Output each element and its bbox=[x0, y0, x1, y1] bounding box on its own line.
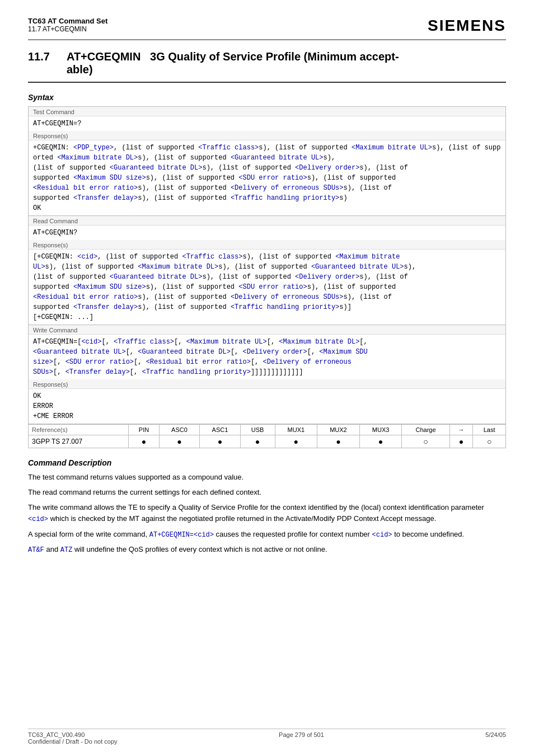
desc-para-2: The read command returns the current set… bbox=[28, 487, 506, 499]
write-command-label: Write Command bbox=[29, 325, 505, 335]
desc-para-4: A special form of the write command, AT+… bbox=[28, 529, 506, 541]
desc-para-3: The write command allows the TE to speci… bbox=[28, 502, 506, 525]
read-command-text: AT+CGEQMIN? bbox=[29, 226, 505, 240]
company-logo: SIEMENS bbox=[428, 17, 506, 35]
read-response-label: Response(s) bbox=[29, 240, 505, 250]
ref-col-last: Last bbox=[473, 425, 506, 435]
footer-left: TC63_ATC_V00.490 Confidential / Draft - … bbox=[28, 731, 118, 745]
ref-col-mux2: MUX2 bbox=[317, 425, 360, 435]
ref-dot-mux2: ● bbox=[317, 435, 360, 448]
page-footer: TC63_ATC_V00.490 Confidential / Draft - … bbox=[28, 729, 506, 745]
header-left: TC63 AT Command Set 11.7 AT+CGEQMIN bbox=[28, 17, 107, 33]
section-heading: 11.7 AT+CGEQMIN 3G Quality of Service Pr… bbox=[28, 50, 506, 83]
doc-title: TC63 AT Command Set bbox=[28, 17, 107, 25]
test-command-text: AT+CGEQMIN=? bbox=[29, 116, 505, 131]
ref-col-asc0: ASC0 bbox=[159, 425, 199, 435]
reference-table: Reference(s) PIN ASC0 ASC1 USB MUX1 MUX2… bbox=[28, 424, 506, 448]
ref-dot-arrow: ● bbox=[449, 435, 473, 448]
ref-col-mux1: MUX1 bbox=[275, 425, 317, 435]
ref-dot-usb: ● bbox=[240, 435, 275, 448]
ref-col-arrow: → bbox=[449, 425, 473, 435]
command-description-label: Command Description bbox=[28, 458, 506, 467]
read-command-label: Read Command bbox=[29, 216, 505, 226]
ref-dot-last: ○ bbox=[473, 435, 506, 448]
ref-col-pin: PIN bbox=[129, 425, 159, 435]
read-response-text: [+CGEQMIN: <cid>, (list of supported <Tr… bbox=[29, 250, 505, 325]
footer-date: 5/24/05 bbox=[485, 731, 506, 745]
read-command-block: Read Command AT+CGEQMIN? Response(s) [+C… bbox=[28, 216, 506, 325]
header-divider bbox=[28, 39, 506, 40]
ref-col-charge: Charge bbox=[402, 425, 449, 435]
ref-dot-pin: ● bbox=[129, 435, 159, 448]
ref-dot-asc1: ● bbox=[200, 435, 240, 448]
write-response-label: Response(s) bbox=[29, 379, 505, 389]
header-right: SIEMENS bbox=[428, 17, 506, 35]
ref-dot-charge: ○ bbox=[402, 435, 449, 448]
ref-dot-mux3: ● bbox=[359, 435, 402, 448]
test-command-label: Test Command bbox=[29, 107, 505, 116]
ref-dot-asc0: ● bbox=[159, 435, 199, 448]
page-header: TC63 AT Command Set 11.7 AT+CGEQMIN SIEM… bbox=[28, 17, 506, 35]
desc-para-5: AT&F and ATZ will undefine the QoS profi… bbox=[28, 544, 506, 556]
reference-label: Reference(s) bbox=[29, 425, 129, 435]
footer-doc-id: TC63_ATC_V00.490 bbox=[28, 731, 118, 738]
write-response-text: OK ERROR +CME ERROR bbox=[29, 389, 505, 424]
syntax-label: Syntax bbox=[28, 93, 506, 102]
reference-value: 3GPP TS 27.007 bbox=[29, 435, 129, 448]
write-command-block: Write Command AT+CGEQMIN=[<cid>[, <Traff… bbox=[28, 325, 506, 424]
section-number: 11.7 bbox=[28, 50, 50, 63]
desc-para-1: The test command returns values supporte… bbox=[28, 472, 506, 483]
test-response-text: +CGEQMIN: <PDP_type>, (list of supported… bbox=[29, 140, 505, 215]
section-title: AT+CGEQMIN 3G Quality of Service Profile… bbox=[67, 50, 399, 76]
footer-confidential: Confidential / Draft - Do not copy bbox=[28, 738, 118, 745]
test-command-block: Test Command AT+CGEQMIN=? Response(s) +C… bbox=[28, 106, 506, 216]
ref-dot-mux1: ● bbox=[275, 435, 317, 448]
ref-col-usb: USB bbox=[240, 425, 275, 435]
ref-col-asc1: ASC1 bbox=[200, 425, 240, 435]
ref-col-mux3: MUX3 bbox=[359, 425, 402, 435]
write-command-text: AT+CGEQMIN=[<cid>[, <Traffic class>[, <M… bbox=[29, 335, 505, 379]
doc-subtitle: 11.7 AT+CGEQMIN bbox=[28, 25, 107, 33]
test-response-label: Response(s) bbox=[29, 131, 505, 140]
footer-page: Page 279 of 501 bbox=[279, 731, 324, 745]
